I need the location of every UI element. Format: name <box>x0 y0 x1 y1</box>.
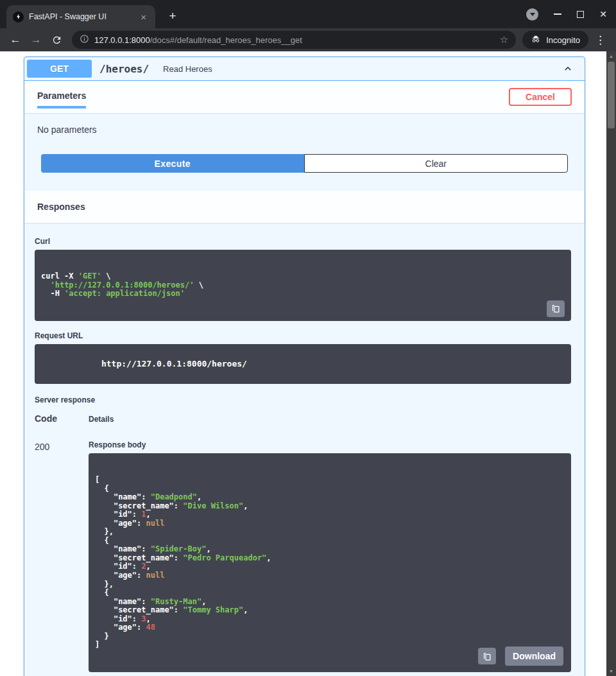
responses-title: Responses <box>37 202 85 212</box>
address-bar[interactable]: 127.0.0.1:8000/docs#/default/read_heroes… <box>72 31 516 49</box>
endpoint-path: /heroes/ <box>99 63 149 75</box>
opblock-get-heroes: GET /heroes/ Read Heroes Parameters Canc… <box>24 56 585 676</box>
browser-circle-button[interactable] <box>526 8 538 21</box>
clear-button[interactable]: Clear <box>304 154 569 173</box>
browser-toolbar: ← → 127.0.0.1:8000/docs#/default/read_he… <box>0 28 616 51</box>
request-url-value: http://127.0.0.1:8000/heroes/ <box>101 359 247 368</box>
status-code: 200 <box>35 440 89 676</box>
execute-button[interactable]: Execute <box>41 154 304 173</box>
back-button[interactable]: ← <box>6 31 24 49</box>
opblock-summary[interactable]: GET /heroes/ Read Heroes <box>24 57 585 81</box>
window-controls: ✕ <box>526 0 607 28</box>
request-url-block: http://127.0.0.1:8000/heroes/ <box>35 344 571 384</box>
server-response-label: Server response <box>35 395 571 404</box>
incognito-badge: Incognito <box>522 31 588 49</box>
browser-tab[interactable]: FastAPI - Swagger UI × <box>6 5 155 28</box>
scrollbar-thumb[interactable] <box>608 62 615 128</box>
swagger-page: GET /heroes/ Read Heroes Parameters Canc… <box>0 51 606 676</box>
incognito-icon <box>531 34 541 46</box>
copy-response-button[interactable] <box>478 648 496 664</box>
curl-label: Curl <box>35 237 571 246</box>
new-tab-button[interactable]: + <box>164 8 181 24</box>
scroll-down-icon[interactable]: ▼ <box>606 666 616 676</box>
url-host: 127.0.0.1:8000 <box>94 35 150 45</box>
copy-curl-button[interactable] <box>547 300 565 317</box>
tab-close-icon[interactable]: × <box>138 11 149 23</box>
browser-titlebar: FastAPI - Swagger UI × + ✕ <box>0 0 616 28</box>
chevron-down-icon <box>530 13 535 16</box>
curl-command-block: curl -X 'GET' \ 'http://127.0.0.1:8000/h… <box>35 250 571 321</box>
scroll-up-icon[interactable]: ▲ <box>606 51 616 61</box>
site-info-icon[interactable] <box>80 34 89 46</box>
http-method-badge: GET <box>27 60 92 78</box>
incognito-label: Incognito <box>546 35 580 45</box>
code-column-header: Code <box>35 413 89 424</box>
responses-header: Responses <box>24 191 585 223</box>
collapse-chevron-icon[interactable] <box>554 64 582 73</box>
details-column-header: Details <box>89 415 114 424</box>
tab-parameters[interactable]: Parameters <box>37 91 86 101</box>
response-row: 200 Response body [ { "name": "Deadpond"… <box>35 440 571 676</box>
window-close-button[interactable]: ✕ <box>599 10 607 19</box>
execute-button-group: Execute Clear <box>24 154 585 191</box>
minimize-button[interactable] <box>554 13 561 15</box>
no-parameters-text: No parameters <box>37 125 572 135</box>
fastapi-favicon-icon <box>13 12 24 22</box>
tab-title: FastAPI - Swagger UI <box>29 12 133 21</box>
reload-button[interactable] <box>47 31 65 49</box>
request-url-label: Request URL <box>35 331 571 340</box>
browser-menu-icon[interactable]: ⋮ <box>591 33 610 47</box>
forward-button[interactable]: → <box>27 31 45 49</box>
cancel-button[interactable]: Cancel <box>509 88 572 106</box>
download-button[interactable]: Download <box>505 646 563 666</box>
response-body-block: [ { "name": "Deadpond", "secret_name": "… <box>89 453 571 672</box>
endpoint-summary: Read Heroes <box>163 64 212 74</box>
url-path: /docs#/default/read_heroes_heroes__get <box>150 35 302 45</box>
maximize-button[interactable] <box>577 11 584 18</box>
response-body-label: Response body <box>89 440 571 449</box>
bookmark-star-icon[interactable]: ☆ <box>500 34 508 46</box>
browser-viewport: GET /heroes/ Read Heroes Parameters Canc… <box>0 51 616 676</box>
vertical-scrollbar[interactable]: ▲ ▼ <box>606 51 616 676</box>
response-table-header: Code Details <box>35 413 571 424</box>
parameters-header: Parameters Cancel <box>24 81 585 113</box>
